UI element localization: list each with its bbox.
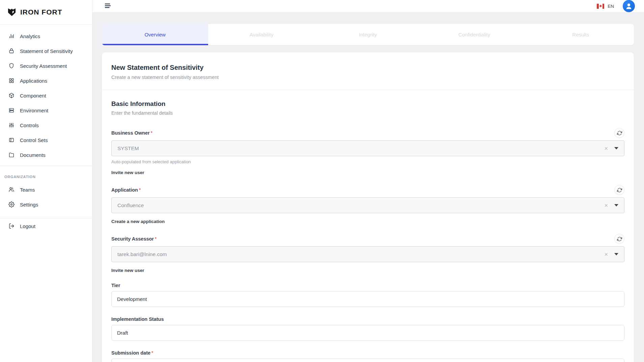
submission-date-input[interactable] [111, 359, 624, 362]
hamburger-icon[interactable] [104, 2, 112, 10]
grid-icon [8, 78, 15, 84]
required-marker: * [155, 236, 157, 241]
sidebar-item-statement-of-sensitivity[interactable]: Statement of Sensitivity [0, 44, 92, 58]
folder-icon [8, 152, 15, 158]
sidebar-item-component[interactable]: Component [0, 88, 92, 103]
section-subtitle: Enter the fundamental details [111, 110, 624, 116]
tab-availability[interactable]: Availability [208, 24, 314, 45]
package-icon [8, 92, 15, 99]
lock-icon [8, 48, 15, 54]
invite-new-user-link[interactable]: Invite new user [111, 268, 144, 273]
invite-new-user-link[interactable]: Invite new user [111, 170, 144, 175]
sidebar-item-teams[interactable]: Teams [0, 182, 92, 197]
card-body: Basic Information Enter the fundamental … [102, 90, 634, 362]
application-label: Application* [111, 187, 141, 193]
security-assessor-label: Security Assessor* [111, 236, 157, 242]
fort-icon [7, 7, 17, 17]
user-avatar-icon [625, 2, 633, 10]
clear-icon[interactable]: × [604, 251, 608, 257]
main-area: EN Overview Availability Integrity Confi… [92, 0, 644, 362]
security-assessor-select[interactable]: tarek.bari@lnine.com × [111, 246, 624, 262]
language-switcher[interactable]: EN [597, 4, 614, 9]
page-title: New Statement of Sensitivity [111, 64, 624, 72]
caret-down-icon [614, 253, 618, 255]
sidebar: IRON FORT Analytics Statement of Sensiti… [0, 0, 92, 362]
create-new-application-link[interactable]: Create a new application [111, 219, 165, 224]
topbar: EN [92, 0, 644, 12]
refresh-icon[interactable] [614, 185, 624, 195]
gear-icon [8, 201, 15, 207]
page-subtitle: Create a new statement of sensitivity as… [111, 75, 624, 80]
sidebar-item-security-assessment[interactable]: Security Assessment [0, 58, 92, 73]
clear-icon[interactable]: × [604, 145, 608, 151]
caret-down-icon [614, 204, 618, 206]
sidebar-divider [0, 218, 92, 218]
sliders-icon [8, 122, 15, 128]
content: Overview Availability Integrity Confiden… [92, 12, 644, 362]
refresh-icon[interactable] [614, 128, 624, 138]
sidebar-nav: Analytics Statement of Sensitivity Secur… [0, 25, 92, 233]
business-owner-label: Business Owner* [111, 130, 152, 136]
required-marker: * [139, 187, 141, 192]
field-application: Application* Confluence × Create a new a… [111, 185, 624, 224]
brand-logo[interactable]: IRON FORT [0, 0, 92, 25]
sidebar-item-analytics[interactable]: Analytics [0, 29, 92, 44]
sidebar-item-documents[interactable]: Documents [0, 147, 92, 162]
section-title: Basic Information [111, 100, 624, 108]
panel-icon [8, 137, 15, 143]
language-code: EN [608, 4, 614, 9]
sidebar-item-control-sets[interactable]: Control Sets [0, 133, 92, 147]
refresh-icon[interactable] [614, 234, 624, 244]
required-marker: * [151, 350, 153, 355]
field-security-assessor: Security Assessor* tarek.bari@lnine.com … [111, 234, 624, 273]
tabbar: Overview Availability Integrity Confiden… [102, 24, 634, 45]
topbar-right: EN [597, 0, 635, 12]
card-header: New Statement of Sensitivity Create a ne… [102, 52, 634, 90]
field-submission-date: Submission date* [111, 350, 624, 362]
user-avatar[interactable] [623, 0, 635, 12]
business-owner-select[interactable]: SYSTEM × [111, 140, 624, 156]
tier-input[interactable] [111, 291, 624, 307]
submission-date-label: Submission date* [111, 350, 624, 356]
field-business-owner: Business Owner* SYSTEM × Auto-populated … [111, 128, 624, 175]
sidebar-divider [0, 166, 92, 166]
canada-flag-icon [597, 4, 604, 9]
form-card: New Statement of Sensitivity Create a ne… [102, 52, 634, 362]
organization-section-label: ORGANIZATION [0, 175, 92, 179]
sidebar-item-controls[interactable]: Controls [0, 118, 92, 133]
tab-results[interactable]: Results [528, 24, 634, 45]
selected-value: SYSTEM [117, 145, 604, 151]
bar-chart-icon [8, 33, 15, 39]
brand-name: IRON FORT [20, 8, 62, 16]
application-select[interactable]: Confluence × [111, 197, 624, 213]
shield-icon [8, 63, 15, 69]
implementation-status-label: Implementation Status [111, 316, 624, 322]
clear-icon[interactable]: × [604, 202, 608, 208]
app-root: IRON FORT Analytics Statement of Sensiti… [0, 0, 644, 362]
selected-value: Confluence [117, 202, 604, 208]
logout-icon [8, 223, 15, 229]
sidebar-item-environment[interactable]: Environment [0, 103, 92, 118]
users-icon [8, 187, 15, 193]
field-tier: Tier [111, 283, 624, 307]
helper-text: Auto-populated from selected application [111, 159, 624, 164]
tab-overview[interactable]: Overview [102, 24, 208, 45]
tier-label: Tier [111, 283, 624, 288]
tab-integrity[interactable]: Integrity [315, 24, 421, 45]
tab-confidentiality[interactable]: Confidentiality [421, 24, 527, 45]
sidebar-item-logout[interactable]: Logout [0, 219, 92, 233]
caret-down-icon [614, 147, 618, 149]
sidebar-item-settings[interactable]: Settings [0, 197, 92, 212]
field-implementation-status: Implementation Status [111, 316, 624, 341]
sidebar-item-applications[interactable]: Applications [0, 73, 92, 88]
selected-value: tarek.bari@lnine.com [117, 251, 604, 257]
implementation-status-input[interactable] [111, 325, 624, 341]
server-icon [8, 107, 15, 113]
required-marker: * [151, 130, 152, 135]
